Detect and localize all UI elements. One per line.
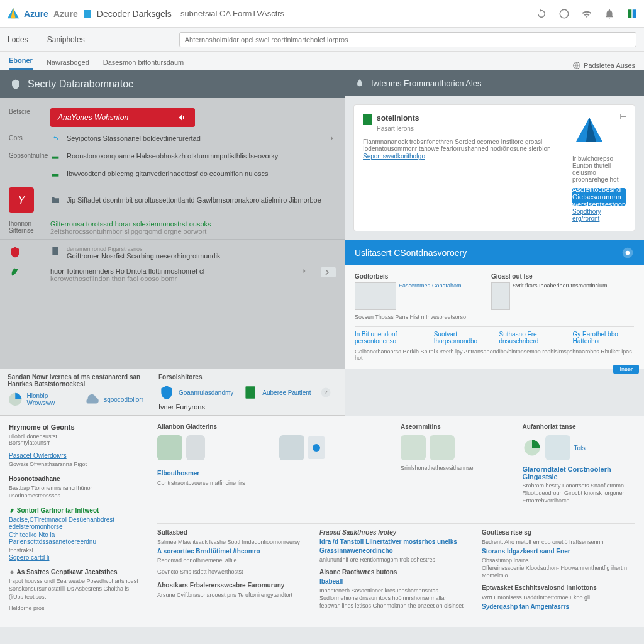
sec-row-6[interactable]: denamen ronod Pigarstrasnos Goiftromer N…: [0, 239, 345, 264]
discovery-header: Uslitasert CSontdnasvoroery: [345, 240, 644, 265]
tab-overview[interactable]: Eboner: [9, 57, 33, 70]
sec-row-7[interactable]: huor Totnomennders Hö Dntola flottinmosh…: [0, 264, 345, 286]
svg-rect-11: [363, 114, 372, 125]
svg-point-20: [11, 571, 14, 574]
shield-icon: [10, 79, 21, 90]
doc-blue-icon: [308, 435, 325, 460]
circle-icon[interactable]: [558, 8, 570, 19]
refresh-icon[interactable]: [536, 8, 547, 19]
refresh-small-icon: [50, 135, 60, 145]
section-link[interactable]: Grassinnaweneordincho: [319, 547, 473, 554]
sidebar-link[interactable]: Sopero cartd li: [9, 554, 139, 561]
thumbnail[interactable]: [491, 282, 510, 310]
sec-row-4[interactable]: Y Jip Siftadet dsontmbit soroltussettont…: [0, 184, 345, 216]
section-link[interactable]: Syderqashp tan Amgenfasrrs: [482, 603, 635, 610]
svg-rect-8: [52, 174, 59, 177]
crumb-1[interactable]: Lodes: [8, 35, 28, 44]
red-tile-icon: Y: [9, 187, 34, 213]
megaphone-icon: [177, 113, 187, 123]
brand-text-1: Azure: [24, 9, 48, 19]
grid-card-1: Allanbon Gladterins Elbouthosmer Contrst…: [157, 423, 270, 512]
export-icon[interactable]: [321, 267, 336, 277]
topbar-subtitle: subnetsial CA FormTVAsctrs: [180, 9, 284, 18]
alert-button[interactable]: AnaYones Wohsnton: [50, 108, 195, 127]
mid-link[interactable]: Ivner Furtyrons: [158, 403, 337, 411]
close-icon[interactable]: ⊢: [619, 111, 627, 121]
tab-2[interactable]: Nawrasboged: [47, 58, 89, 70]
breadcrumb-bar: Lodes Saniphotes: [0, 28, 644, 52]
doc-green-icon: [242, 384, 258, 401]
disc-tab-4[interactable]: Gy Earothel bbo Hatterihor: [572, 331, 634, 345]
crumb-2[interactable]: Saniphotes: [47, 35, 85, 44]
recommendations-panel: Iwteums Erommanthoricn Ales ⊢ sotelinion…: [345, 70, 644, 369]
bar-green-icon: [50, 152, 60, 162]
tab-3[interactable]: Dasesmon bittontursdaum: [103, 58, 184, 70]
svg-rect-4: [628, 9, 631, 18]
grid-lower-section: Sultasbed Salmee Mlaw itsadk Ivashe Soot…: [157, 523, 635, 619]
section-link[interactable]: A soreorttec Brndtütimet /thcomro: [157, 548, 311, 555]
section-link[interactable]: Storans Idgazkesrt sand Ener: [482, 548, 635, 555]
recommendations-header: Iwteums Erommanthoricn Ales: [345, 70, 644, 96]
square-icon: [83, 9, 92, 18]
app-icon[interactable]: [626, 8, 638, 19]
recommendation-cta-button[interactable]: Ascietitocbesnd Gietsesarannan wersisent…: [572, 188, 626, 206]
sec-row-3[interactable]: Ibwvcodtend oblecmg gitanvederinaeottosf…: [0, 166, 345, 184]
help-icon[interactable]: ?: [320, 387, 331, 398]
leaf-small-icon: [9, 508, 15, 514]
badge[interactable]: Ineer: [613, 365, 639, 374]
pie-green-icon: [523, 438, 541, 457]
thumbnail[interactable]: [355, 282, 396, 310]
brand-logo[interactable]: Azure: [6, 7, 48, 21]
azure-badge-icon: [572, 114, 606, 148]
section-link[interactable]: Idra /d Tanstoll Llinertativer mostsrhos…: [319, 538, 473, 545]
disc-tab-2[interactable]: Suotvart Ihorpsomondbo: [434, 331, 491, 345]
gear-circle-icon[interactable]: [621, 247, 634, 259]
rec-link-2[interactable]: Sopdthory erg/roront: [572, 208, 626, 222]
sidebar-link[interactable]: Bacise,CTiretmnacol Desüehanbdrest edeis…: [9, 516, 139, 530]
main-panels: Secrty Datarabomnatoc Betscre AnaYones W…: [0, 70, 644, 369]
brand-text-alt: Azure: [53, 9, 78, 19]
sec-row-1[interactable]: Gors Seyipotons Stassonanel boldevdineru…: [0, 131, 345, 148]
dot-icon: [9, 569, 15, 575]
sidebar-link[interactable]: Cthitediko Nto la Pariensotttdssasanetoe…: [9, 531, 139, 545]
mini-card-1[interactable]: Hionbip Wrowsww: [8, 391, 75, 408]
topbar-actions: [536, 8, 638, 19]
sidebar-link[interactable]: Pasacef Owlerdoivrs: [9, 452, 139, 459]
leaf-icon: [9, 267, 20, 279]
svg-point-15: [626, 251, 630, 255]
bell-icon[interactable]: [604, 8, 615, 19]
mini-card-3[interactable]: Goaanrulasdandmy: [158, 384, 233, 401]
grid-card-4: Aufanhorlat tanse Tots Glarorndtalet Cor…: [523, 423, 636, 512]
recommendation-card: ⊢ sotelinionts Pasart lerons Flanmnanano…: [353, 104, 635, 231]
disc-tab-3[interactable]: Suthasno Fre dnsuschriberd: [499, 331, 564, 345]
pie-icon: [8, 391, 23, 408]
left-group-1: Pasacef Owlerdoivrs Gowe/s Offwnathsarsn…: [9, 452, 139, 468]
grid-card-2: [279, 423, 392, 512]
drop-icon: [355, 78, 365, 88]
search-input[interactable]: [179, 32, 636, 47]
chevron-right-icon: [301, 267, 308, 275]
lower-content: Hrymome ol Geonts üllobril donensuststBo…: [0, 416, 644, 627]
azure-logo-icon: [6, 7, 20, 21]
svg-rect-2: [84, 10, 91, 18]
wifi-icon[interactable]: [581, 8, 592, 19]
folder-icon: [50, 195, 60, 205]
sec-row-2[interactable]: Gopsontnulne Roonstonoxonqoanne Hakseobh…: [0, 148, 345, 166]
svg-rect-7: [52, 157, 59, 159]
content-grid: Allanbon Gladterins Elbouthosmer Contrst…: [148, 416, 644, 627]
left-group-2: Hosonotoadhane Bastbap Ttoronemns isincr…: [9, 475, 139, 499]
rec-link[interactable]: Sepomswadkorithofgo: [363, 153, 425, 160]
tabs-right-action[interactable]: Padsletea Auses: [572, 61, 635, 70]
security-dashboard-panel: Secrty Datarabomnatoc Betscre AnaYones W…: [0, 70, 345, 369]
card-link[interactable]: Glarorndtalet Corctnoölerh Gingastsie: [523, 465, 636, 480]
disc-tab-1[interactable]: In Bit unendonf persontonenso: [355, 331, 425, 345]
globe-icon: [572, 61, 581, 70]
shield-blue-icon: [158, 384, 175, 401]
section-link[interactable]: Ibabeall: [319, 578, 473, 585]
mini-card-4[interactable]: Auberee Pautient: [242, 384, 311, 401]
svg-point-22: [313, 444, 320, 452]
sec-row-5[interactable]: Ihonnon Sitternse Gilterronsa torotssrd …: [0, 216, 345, 239]
mini-card-2[interactable]: sqoocodtollorr: [84, 391, 143, 408]
svg-text:?: ?: [324, 389, 327, 396]
top-bar: Azure Azure Decoder Darksgels subnetsial…: [0, 0, 644, 28]
